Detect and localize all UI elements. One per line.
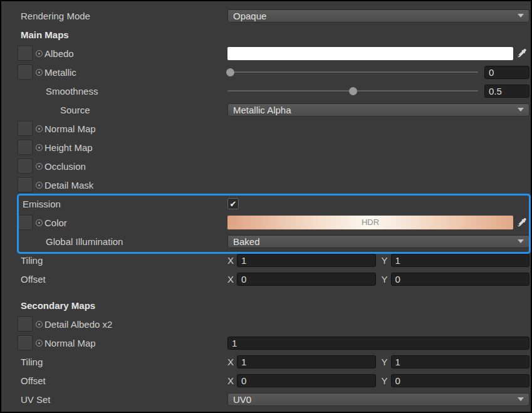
source-dropdown[interactable]: Metallic Alpha: [227, 103, 529, 117]
global-illumination-label: Global Illumination: [46, 236, 123, 247]
secondary-tiling-y-field[interactable]: [391, 355, 529, 369]
normal-map-label: Normal Map: [44, 123, 96, 134]
object-picker-icon[interactable]: [36, 340, 43, 347]
normal-map-row: Normal Map: [1, 119, 531, 138]
main-tiling-row: Tiling X Y: [1, 251, 531, 269]
source-row: Source Metallic Alpha: [1, 100, 531, 119]
eyedropper-icon[interactable]: [513, 217, 529, 227]
normal-map-texture-slot[interactable]: [18, 121, 33, 136]
object-picker-icon[interactable]: [36, 50, 43, 57]
x-axis-label: X: [227, 255, 234, 266]
offset-label: Offset: [21, 375, 46, 386]
metallic-slider[interactable]: [227, 68, 478, 76]
secondary-normal-map-label: Normal Map: [44, 338, 96, 348]
emission-color-row: Color HDR: [1, 213, 531, 232]
y-axis-label: Y: [382, 357, 388, 367]
hdr-badge: HDR: [362, 217, 379, 227]
metallic-value-field[interactable]: [484, 66, 529, 79]
slider-track: [227, 71, 478, 73]
albedo-color-swatch[interactable]: [227, 47, 513, 60]
emission-hdr-color-swatch[interactable]: HDR: [227, 216, 513, 230]
smoothness-slider-handle[interactable]: [349, 87, 357, 95]
albedo-label: Albedo: [44, 48, 74, 59]
height-map-row: Height Map: [1, 138, 531, 157]
detail-albedo-row: Detail Albedo x2: [1, 315, 531, 333]
main-offset-x-field[interactable]: [237, 273, 375, 286]
detail-mask-texture-slot[interactable]: [18, 177, 33, 192]
object-picker-icon[interactable]: [36, 163, 43, 170]
eyedropper-icon[interactable]: [513, 48, 529, 58]
offset-label: Offset: [21, 274, 46, 285]
material-inspector-panel: Rendering Mode Opaque Main Maps Albedo: [0, 0, 532, 413]
x-axis-label: X: [227, 357, 234, 367]
detail-albedo-texture-slot[interactable]: [18, 316, 33, 332]
height-map-label: Height Map: [44, 142, 93, 153]
secondary-tiling-x-field[interactable]: [237, 355, 375, 369]
y-axis-label: Y: [382, 255, 388, 266]
main-offset-row: Offset X Y: [1, 269, 531, 288]
rendering-mode-dropdown[interactable]: Opaque: [227, 9, 529, 23]
eyedropper-glyph: [516, 217, 526, 227]
detail-mask-row: Detail Mask: [1, 175, 531, 194]
secondary-maps-header: Secondary Maps: [21, 300, 95, 311]
albedo-row: Albedo: [1, 44, 531, 63]
rendering-mode-label: Rendering Mode: [21, 11, 90, 21]
tiling-label: Tiling: [21, 357, 43, 367]
uv-set-row: UV Set UV0: [1, 390, 531, 409]
main-tiling-x-field[interactable]: [237, 254, 375, 267]
x-axis-label: X: [227, 274, 234, 285]
secondary-offset-row: Offset X Y: [1, 371, 531, 390]
uv-set-dropdown[interactable]: UV0: [227, 393, 529, 406]
secondary-offset-y-field[interactable]: [391, 374, 529, 387]
occlusion-label: Occlusion: [44, 161, 86, 172]
checkmark-icon: ✔: [230, 200, 237, 208]
albedo-texture-slot[interactable]: [18, 46, 33, 61]
object-picker-icon[interactable]: [36, 144, 43, 151]
emission-row: Emission ✔: [1, 194, 531, 213]
emission-color-label: Color: [44, 217, 67, 228]
object-picker-icon[interactable]: [36, 125, 43, 132]
occlusion-row: Occlusion: [1, 157, 531, 175]
object-picker-icon[interactable]: [36, 69, 43, 76]
tiling-label: Tiling: [21, 255, 43, 266]
eyedropper-glyph: [516, 48, 526, 58]
global-illumination-row: Global Illumination Baked: [1, 232, 531, 251]
uv-set-value: UV0: [233, 394, 251, 405]
emission-texture-slot[interactable]: [18, 215, 33, 230]
source-value: Metallic Alpha: [233, 105, 291, 115]
metallic-slider-handle[interactable]: [226, 68, 234, 76]
global-illumination-dropdown[interactable]: Baked: [227, 235, 529, 248]
height-map-texture-slot[interactable]: [18, 140, 33, 155]
secondary-tiling-row: Tiling X Y: [1, 352, 531, 371]
uv-set-label: UV Set: [21, 394, 51, 405]
object-picker-icon[interactable]: [36, 321, 43, 328]
metallic-texture-slot[interactable]: [18, 65, 33, 80]
occlusion-texture-slot[interactable]: [18, 159, 33, 174]
dropdown-arrow-icon: [518, 108, 524, 112]
metallic-row: Metallic: [1, 63, 531, 81]
rendering-mode-value: Opaque: [233, 11, 266, 21]
object-picker-icon[interactable]: [36, 219, 43, 226]
metallic-label: Metallic: [44, 67, 76, 78]
detail-mask-label: Detail Mask: [44, 180, 93, 191]
secondary-normal-map-scale-field[interactable]: [227, 337, 529, 350]
y-axis-label: Y: [382, 375, 388, 386]
smoothness-slider[interactable]: [227, 86, 478, 95]
smoothness-value-field[interactable]: [484, 85, 529, 98]
main-offset-y-field[interactable]: [391, 273, 529, 286]
dropdown-arrow-icon: [518, 14, 524, 18]
emission-checkbox[interactable]: ✔: [227, 198, 239, 209]
secondary-offset-x-field[interactable]: [237, 374, 375, 387]
secondary-normal-map-texture-slot[interactable]: [18, 335, 33, 350]
source-label: Source: [60, 105, 90, 115]
detail-albedo-label: Detail Albedo x2: [44, 319, 112, 330]
dropdown-arrow-icon: [518, 397, 524, 401]
main-maps-header: Main Maps: [21, 29, 69, 40]
secondary-normal-map-row: Normal Map: [1, 333, 531, 352]
x-axis-label: X: [227, 375, 234, 386]
object-picker-icon[interactable]: [36, 182, 43, 189]
smoothness-row: Smoothness: [1, 81, 531, 100]
secondary-maps-header-row: Secondary Maps: [1, 296, 531, 315]
main-tiling-y-field[interactable]: [391, 254, 529, 267]
y-axis-label: Y: [382, 274, 388, 285]
